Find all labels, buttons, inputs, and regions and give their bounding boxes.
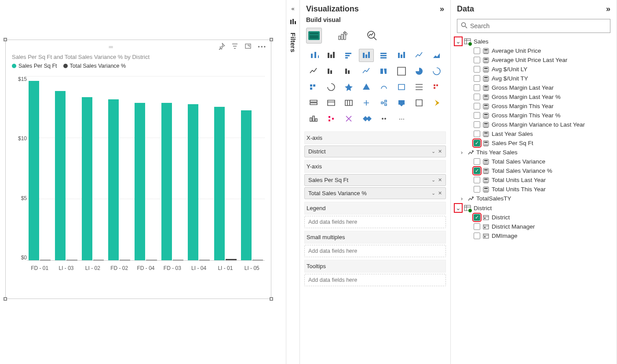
filters-icon[interactable] <box>289 18 296 26</box>
viz-type-icon[interactable] <box>429 65 444 78</box>
viz-type-icon[interactable] <box>412 80 427 94</box>
viz-type-icon[interactable] <box>306 96 321 109</box>
field-checkbox[interactable]: ✓ <box>474 140 480 146</box>
bar-group[interactable] <box>188 76 210 260</box>
viz-type-icon[interactable] <box>359 49 374 62</box>
expand-icon[interactable]: › <box>459 149 465 156</box>
field-row[interactable]: Total Units Last Year <box>455 175 612 185</box>
field-row[interactable]: District Manager <box>455 222 612 231</box>
bar-group[interactable] <box>241 76 263 260</box>
field-checkbox[interactable] <box>474 84 480 91</box>
pin-icon[interactable] <box>218 43 225 51</box>
viz-type-icon[interactable] <box>359 96 374 109</box>
viz-type-icon[interactable] <box>306 65 321 78</box>
bar[interactable] <box>226 259 236 260</box>
viz-more-icon[interactable]: ⋯ <box>394 112 409 125</box>
field-checkbox[interactable]: ✓ <box>474 167 480 174</box>
viz-type-icon[interactable] <box>412 96 427 109</box>
viz-type-icon[interactable] <box>394 49 409 62</box>
field-checkbox[interactable]: ✓ <box>474 214 480 221</box>
viz-type-icon[interactable] <box>376 80 391 94</box>
field-row[interactable]: ›TotalSalesTY <box>455 194 612 203</box>
viz-type-icon[interactable] <box>394 96 409 109</box>
chart-visual[interactable]: ═ ••• Sales Per Sq Ft and Total Sales Va… <box>5 40 271 299</box>
table-node[interactable]: ⌄Sales <box>455 36 612 46</box>
small-multiples-dropzone[interactable]: Add data fields here <box>304 245 446 257</box>
field-checkbox[interactable] <box>474 57 480 63</box>
format-visual-tab[interactable] <box>335 28 351 44</box>
viz-type-icon[interactable] <box>376 96 391 109</box>
xaxis-pill-district[interactable]: District⌄✕ <box>304 146 446 157</box>
field-checkbox[interactable] <box>474 112 480 119</box>
viz-type-icon[interactable] <box>359 80 374 94</box>
resize-handle-tl[interactable] <box>4 38 7 41</box>
analytics-tab[interactable] <box>364 28 380 44</box>
viz-type-icon[interactable] <box>359 112 374 125</box>
field-row[interactable]: ✓Sales Per Sq Ft <box>455 138 612 148</box>
resize-handle-bl[interactable] <box>4 297 7 301</box>
tooltips-dropzone[interactable]: Add data fields here <box>304 274 446 286</box>
field-row[interactable]: ✓District <box>455 213 612 222</box>
field-row[interactable]: Total Units This Year <box>455 185 612 194</box>
viz-type-icon[interactable] <box>429 80 444 94</box>
field-row[interactable]: Gross Margin Variance to Last Year <box>455 120 612 129</box>
viz-type-icon[interactable] <box>394 65 409 78</box>
field-checkbox[interactable] <box>474 233 480 239</box>
viz-type-icon[interactable] <box>341 96 356 109</box>
viz-type-icon[interactable] <box>341 65 356 78</box>
field-row[interactable]: Avg $/Unit TY <box>455 74 612 83</box>
bar-group[interactable] <box>108 76 130 260</box>
field-checkbox[interactable] <box>474 177 480 183</box>
bar[interactable] <box>135 103 145 260</box>
pill-remove-icon[interactable]: ✕ <box>438 177 442 183</box>
bar[interactable] <box>146 260 157 260</box>
bar[interactable] <box>40 260 51 260</box>
viz-type-icon[interactable] <box>324 49 339 62</box>
field-row[interactable]: ✓Total Sales Variance % <box>455 166 612 175</box>
viz-type-icon[interactable] <box>412 65 427 78</box>
filter-icon[interactable] <box>231 43 238 51</box>
field-row[interactable]: Gross Margin Last Year % <box>455 92 612 102</box>
field-row[interactable]: ›This Year Sales <box>455 148 612 157</box>
bar-group[interactable] <box>55 76 77 260</box>
field-checkbox[interactable] <box>474 66 480 73</box>
field-checkbox[interactable] <box>474 121 480 128</box>
field-checkbox[interactable] <box>474 75 480 82</box>
viz-type-icon[interactable] <box>341 112 356 125</box>
bar[interactable] <box>241 110 252 260</box>
field-row[interactable]: Average Unit Price Last Year <box>455 55 612 65</box>
field-row[interactable]: DMImage <box>455 231 612 240</box>
field-row[interactable]: Gross Margin This Year % <box>455 111 612 120</box>
field-row[interactable]: Last Year Sales <box>455 129 612 138</box>
bar[interactable] <box>66 260 77 260</box>
bar[interactable] <box>108 99 119 260</box>
collapse-data-icon[interactable]: » <box>606 4 610 14</box>
drag-grip-icon[interactable]: ═ <box>10 44 212 50</box>
bar[interactable] <box>173 260 183 260</box>
bar[interactable] <box>93 260 104 260</box>
field-checkbox[interactable] <box>474 158 480 165</box>
bar-group[interactable] <box>161 76 183 260</box>
bar[interactable] <box>82 97 92 261</box>
field-checkbox[interactable] <box>474 223 480 230</box>
field-checkbox[interactable] <box>474 47 480 54</box>
expand-icon[interactable]: ⌄ <box>455 204 461 211</box>
bar[interactable] <box>161 103 172 260</box>
bar[interactable] <box>55 91 66 260</box>
viz-type-icon[interactable] <box>376 65 391 78</box>
yaxis-pill-sales-per-sqft[interactable]: Sales Per Sq Ft⌄✕ <box>304 174 446 186</box>
viz-type-icon[interactable] <box>324 80 339 94</box>
field-checkbox[interactable] <box>474 94 480 100</box>
bar[interactable] <box>252 260 263 260</box>
field-row[interactable]: Gross Margin This Year <box>455 102 612 111</box>
report-canvas[interactable]: ═ ••• Sales Per Sq Ft and Total Sales Va… <box>0 0 286 364</box>
resize-handle-tr[interactable] <box>270 38 273 41</box>
field-row[interactable]: Gross Margin Last Year <box>455 83 612 92</box>
table-node[interactable]: ⌄District <box>455 203 612 213</box>
build-visual-tab[interactable] <box>306 28 322 44</box>
field-checkbox[interactable] <box>474 103 480 109</box>
bar-group[interactable] <box>135 76 157 260</box>
field-row[interactable]: Total Sales Variance <box>455 157 612 166</box>
focus-mode-icon[interactable] <box>245 43 252 51</box>
viz-type-icon[interactable] <box>324 65 339 78</box>
